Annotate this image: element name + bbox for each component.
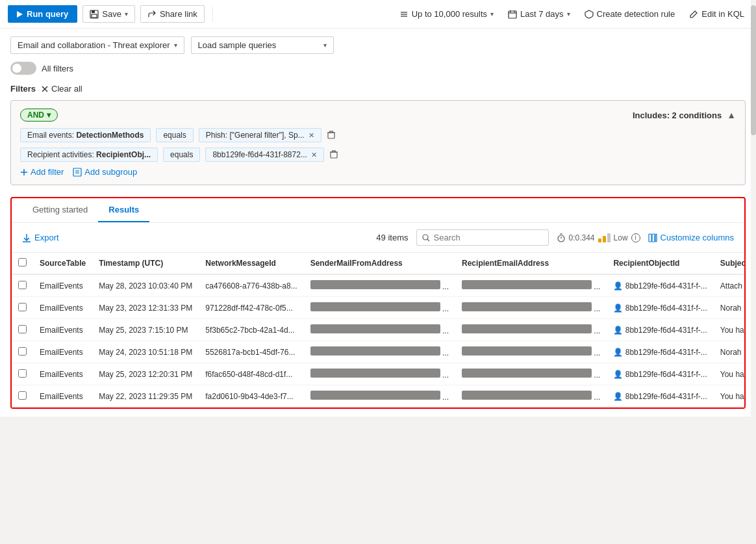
info-icon[interactable]: i: [631, 233, 640, 242]
filter-box: AND ▾ Includes: 2 conditions ▲ Email eve…: [10, 100, 746, 185]
search-input[interactable]: [434, 233, 543, 242]
row-recipient-email-4: ...: [455, 363, 607, 385]
row-recipient-email-3: ...: [455, 341, 607, 363]
filter-value-1-clear[interactable]: ✕: [309, 131, 314, 140]
filters-header: Filters Clear all: [10, 84, 746, 94]
all-filters-label: All filters: [42, 64, 73, 73]
results-tabs: Getting started Results: [12, 198, 744, 223]
person-icon-5: 👤: [613, 392, 623, 401]
row-recipient-obj-5[interactable]: 👤 8bb129fe-f6d4-431f-f-...: [607, 385, 713, 408]
toolbar-divider: [212, 6, 213, 22]
filters-label: Filters: [10, 84, 36, 94]
filter-field-1[interactable]: Email events: DetectionMethods: [20, 128, 151, 142]
create-detection-label: Create detection rule: [597, 9, 675, 19]
filter-value-2[interactable]: 8bb129fe-f6d4-431f-8872... ✕: [205, 148, 323, 162]
share-link-button[interactable]: Share link: [140, 5, 205, 23]
collapse-button[interactable]: ▲: [727, 110, 736, 120]
customize-columns-label: Customize columns: [661, 233, 734, 242]
scrollbar-track[interactable]: [751, 0, 756, 544]
row-recipient-email-1: ...: [455, 297, 607, 319]
row-network-msg-1[interactable]: 971228df-ff42-478c-0f5...: [199, 297, 303, 319]
table-row: EmailEvents May 22, 2023 11:29:35 PM fa2…: [12, 385, 744, 408]
row-check-2[interactable]: [12, 319, 33, 341]
select-all-checkbox[interactable]: [18, 258, 27, 266]
svg-rect-34: [649, 234, 651, 242]
save-button[interactable]: Save ▾: [82, 5, 135, 23]
filter-delete-2[interactable]: [329, 149, 338, 161]
scrollbar-thumb[interactable]: [751, 5, 756, 135]
person-icon-3: 👤: [613, 348, 623, 357]
filter-delete-1[interactable]: [327, 130, 336, 141]
row-network-msg-5[interactable]: fa2d0610-9b43-4de3-f7...: [199, 385, 303, 408]
row-sender-3: ...: [304, 341, 455, 363]
filter-field-2[interactable]: Recipient activities: RecipientObj...: [20, 148, 158, 162]
toggle-thumb: [12, 64, 21, 73]
date-range-button[interactable]: Last 7 days ▾: [504, 6, 574, 21]
row-source-1: EmailEvents: [33, 297, 92, 319]
row-sender-5: ...: [304, 385, 455, 408]
toolbar: Run query Save ▾ Share link Up to 10,000…: [0, 0, 756, 29]
results-limit-chevron: ▾: [490, 10, 494, 18]
and-chevron: ▾: [47, 110, 51, 120]
row-recipient-obj-2[interactable]: 👤 8bb129fe-f6d4-431f-f-...: [607, 319, 713, 341]
results-table: SourceTable Timestamp (UTC) NetworkMessa…: [12, 253, 744, 408]
results-limit-button[interactable]: Up to 10,000 results ▾: [396, 6, 498, 21]
row-subject-3: Norah: [714, 341, 744, 363]
and-badge[interactable]: AND ▾: [20, 109, 58, 122]
row-network-msg-2[interactable]: 5f3b65c2-7bcb-42a1-4d...: [199, 319, 303, 341]
table-row: EmailEvents May 25, 2023 12:20:31 PM f6f…: [12, 363, 744, 385]
row-recipient-obj-3[interactable]: 👤 8bb129fe-f6d4-431f-f-...: [607, 341, 713, 363]
calendar-icon: [508, 10, 517, 19]
perf-bar-2: [603, 236, 606, 242]
add-subgroup-label: Add subgroup: [84, 167, 137, 177]
columns-icon: [648, 233, 657, 242]
row-subject-5: You ha: [714, 385, 744, 408]
add-subgroup-button[interactable]: Add subgroup: [73, 167, 137, 177]
row-recipient-obj-4[interactable]: 👤 8bb129fe-f6d4-431f-f-...: [607, 363, 713, 385]
filter-value-1[interactable]: Phish: ["General filter"], Sp... ✕: [199, 128, 321, 142]
person-icon-0: 👤: [613, 281, 623, 291]
date-range-chevron: ▾: [567, 10, 570, 18]
col-header-subject: Subject: [714, 253, 744, 274]
row-network-msg-4[interactable]: f6fac650-d48f-48cd-d1f...: [199, 363, 303, 385]
all-filters-toggle[interactable]: [10, 62, 36, 75]
source-dropdown[interactable]: Email and collaboration - Threat explore…: [10, 36, 184, 54]
row-timestamp-3: May 24, 2023 10:51:18 PM: [92, 341, 199, 363]
add-filter-button[interactable]: Add filter: [20, 167, 64, 177]
clear-all-button[interactable]: Clear all: [41, 84, 82, 94]
row-recipient-email-0: ...: [455, 274, 607, 297]
source-dropdown-chevron: ▾: [174, 42, 177, 49]
filter-field-2-label: Recipient activities: RecipientObj...: [27, 150, 151, 159]
customize-columns-button[interactable]: Customize columns: [648, 233, 734, 242]
add-filter-label: Add filter: [31, 167, 64, 177]
perf-level: Low: [614, 233, 628, 242]
edit-kql-button[interactable]: Edit in KQL: [685, 6, 748, 21]
filter-value-2-clear[interactable]: ✕: [311, 151, 317, 159]
row-network-msg-0[interactable]: ca476608-a776-438b-a8...: [199, 274, 303, 297]
shield-icon: [585, 10, 594, 19]
export-button[interactable]: Export: [22, 233, 59, 242]
save-icon: [90, 10, 99, 19]
sample-queries-dropdown[interactable]: Load sample queries ▾: [191, 36, 334, 54]
row-check-1[interactable]: [12, 297, 33, 319]
row-check-5[interactable]: [12, 385, 33, 408]
filter-dropdowns-row: Email and collaboration - Threat explore…: [10, 36, 746, 54]
row-recipient-obj-0[interactable]: 👤 8bb129fe-f6d4-431f-f-...: [607, 274, 713, 297]
results-table-wrapper: SourceTable Timestamp (UTC) NetworkMessa…: [12, 253, 744, 408]
row-check-3[interactable]: [12, 341, 33, 363]
row-recipient-obj-1[interactable]: 👤 8bb129fe-f6d4-431f-f-...: [607, 297, 713, 319]
create-detection-button[interactable]: Create detection rule: [581, 6, 679, 21]
x-icon: [41, 85, 49, 93]
export-label: Export: [34, 233, 59, 242]
run-query-button[interactable]: Run query: [8, 5, 77, 23]
col-header-check: [12, 253, 33, 274]
svg-rect-12: [328, 133, 334, 138]
tab-results[interactable]: Results: [98, 198, 149, 222]
svg-rect-6: [509, 11, 516, 18]
tab-getting-started[interactable]: Getting started: [22, 198, 98, 222]
row-timestamp-4: May 25, 2023 12:20:31 PM: [92, 363, 199, 385]
row-network-msg-3[interactable]: 5526817a-bcb1-45df-76...: [199, 341, 303, 363]
results-toolbar: Export 49 items 0:0.3: [12, 223, 744, 253]
row-check-0[interactable]: [12, 274, 33, 297]
row-check-4[interactable]: [12, 363, 33, 385]
